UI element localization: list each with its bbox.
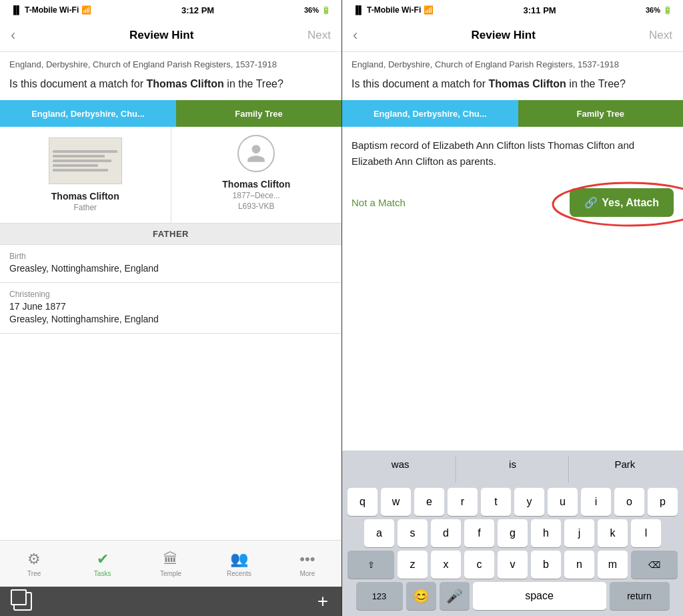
suggestion-is[interactable]: is	[457, 456, 568, 483]
key-123[interactable]: 123	[356, 582, 403, 610]
key-u[interactable]: u	[548, 488, 578, 516]
suggestion-was[interactable]: was	[345, 456, 456, 483]
left-christening-place: Greasley, Nottinghamshire, England	[9, 313, 332, 326]
keyboard-suggestions: was is Park	[345, 456, 680, 483]
action-row: Not a Match 🔗 Yes, Attach	[342, 180, 683, 228]
right-baptism-text: Baptism record of Elizabeth Ann Clifton …	[342, 127, 683, 180]
left-person-comparison: Thomas Clifton Father Thomas Clifton 187…	[0, 127, 342, 224]
suggestion-park[interactable]: Park	[570, 456, 680, 483]
left-father-section: FATHER Birth Greasley, Nottinghamshire, …	[0, 224, 342, 334]
more-label: More	[299, 570, 315, 577]
left-match-question: Is this document a match for Thomas Clif…	[0, 73, 342, 100]
temple-icon: 🏛	[163, 551, 178, 568]
key-h[interactable]: h	[531, 519, 561, 547]
left-status-left: ▐▌ T-Mobile Wi-Fi 📶	[11, 5, 91, 15]
key-e[interactable]: e	[414, 488, 444, 516]
recents-icon: 👥	[230, 551, 248, 568]
right-status-right: 36% 🔋	[646, 6, 672, 15]
left-tab-headers: England, Derbyshire, Chu... Family Tree	[0, 100, 342, 127]
key-s[interactable]: s	[398, 519, 428, 547]
key-n[interactable]: n	[564, 551, 594, 579]
left-doc-person: Thomas Clifton Father	[0, 127, 171, 223]
left-status-right: 36% 🔋	[304, 6, 331, 15]
key-m[interactable]: m	[598, 551, 628, 579]
left-tab-bar: ⚙ Tree ✔ Tasks 🏛 Temple 👥 Recents ••• Mo…	[0, 540, 342, 587]
key-k[interactable]: k	[598, 519, 628, 547]
key-b[interactable]: b	[531, 551, 561, 579]
tree-icon: ⚙	[27, 551, 41, 568]
key-return[interactable]: return	[610, 582, 670, 610]
right-status-bar: ▐▌ T-Mobile Wi-Fi 📶 3:11 PM 36% 🔋	[342, 0, 683, 19]
more-icon: •••	[299, 551, 315, 568]
right-tab-source[interactable]: England, Derbyshire, Chu...	[342, 100, 518, 127]
key-p[interactable]: p	[648, 488, 678, 516]
tasks-label: Tasks	[94, 570, 111, 577]
left-christening-row: Christening 17 June 1877 Greasley, Notti…	[0, 283, 342, 334]
right-nav-bar: ‹ Review Hint Next	[342, 19, 683, 52]
key-shift[interactable]: ⇧	[348, 551, 394, 579]
tab-recents[interactable]: 👥 Recents	[205, 541, 273, 587]
key-i[interactable]: i	[581, 488, 611, 516]
right-next-button[interactable]: Next	[649, 29, 672, 42]
battery-icon: 🔋	[321, 6, 331, 15]
recents-label: Recents	[227, 570, 251, 577]
signal-icon: ▐▌	[11, 5, 22, 15]
key-space[interactable]: space	[473, 582, 606, 610]
key-f[interactable]: f	[464, 519, 494, 547]
key-r[interactable]: r	[448, 488, 478, 516]
key-emoji[interactable]: 😊	[406, 582, 436, 610]
key-mic[interactable]: 🎤	[440, 582, 470, 610]
tree-label: Tree	[27, 570, 41, 577]
keyboard-row-1: q w e r t y u i o p	[345, 488, 680, 516]
left-status-bar: ▐▌ T-Mobile Wi-Fi 📶 3:12 PM 36% 🔋	[0, 0, 342, 19]
left-father-header: FATHER	[0, 224, 342, 245]
wifi-icon: 📶	[81, 5, 91, 15]
left-bottom-bar: +	[0, 587, 342, 616]
key-v[interactable]: v	[498, 551, 528, 579]
key-a[interactable]: a	[364, 519, 394, 547]
key-g[interactable]: g	[498, 519, 528, 547]
key-y[interactable]: y	[514, 488, 544, 516]
left-tab-tree[interactable]: Family Tree	[176, 100, 342, 127]
tab-tasks[interactable]: ✔ Tasks	[68, 541, 136, 587]
key-w[interactable]: w	[381, 488, 411, 516]
yes-attach-button[interactable]: 🔗 Yes, Attach	[570, 188, 674, 217]
right-source-text: England, Derbyshire, Church of England P…	[342, 52, 683, 73]
tab-more[interactable]: ••• More	[273, 541, 342, 587]
left-doc-person-role: Father	[73, 203, 97, 212]
left-christening-date: 17 June 1877	[9, 300, 332, 314]
right-back-button[interactable]: ‹	[353, 27, 358, 44]
right-nav-title: Review Hint	[472, 29, 536, 42]
key-j[interactable]: j	[564, 519, 594, 547]
key-q[interactable]: q	[348, 488, 378, 516]
left-tree-person-id: L693-VKB	[238, 202, 275, 211]
left-back-button[interactable]: ‹	[11, 27, 15, 44]
right-bold-name: Thomas Clifton	[488, 78, 566, 89]
tab-tree[interactable]: ⚙ Tree	[0, 541, 68, 587]
temple-label: Temple	[160, 570, 181, 577]
key-delete[interactable]: ⌫	[631, 551, 678, 579]
key-z[interactable]: z	[398, 551, 428, 579]
keyboard-row-3: ⇧ z x c v b n m ⌫	[345, 551, 680, 579]
left-tree-person: Thomas Clifton 1877–Dece... L693-VKB	[171, 127, 342, 223]
add-icon[interactable]: +	[317, 591, 328, 612]
key-x[interactable]: x	[431, 551, 461, 579]
left-birth-row: Birth Greasley, Nottinghamshire, England	[0, 245, 342, 283]
right-tab-tree[interactable]: Family Tree	[518, 100, 684, 127]
key-l[interactable]: l	[631, 519, 661, 547]
key-d[interactable]: d	[431, 519, 461, 547]
tab-temple[interactable]: 🏛 Temple	[137, 541, 205, 587]
right-match-question: Is this document a match for Thomas Clif…	[342, 73, 683, 100]
not-a-match-button[interactable]: Not a Match	[352, 197, 406, 208]
keyboard: was is Park q w e r t y u i o p a s d f …	[342, 450, 683, 616]
keyboard-row-4: 123 😊 🎤 space return	[345, 582, 680, 610]
attach-icon: 🔗	[584, 196, 598, 209]
left-next-button[interactable]: Next	[307, 29, 331, 42]
copy-icon[interactable]	[13, 592, 32, 611]
key-t[interactable]: t	[481, 488, 511, 516]
left-birth-label: Birth	[9, 252, 332, 261]
key-c[interactable]: c	[464, 551, 494, 579]
left-tab-source[interactable]: England, Derbyshire, Chu...	[0, 100, 176, 127]
key-o[interactable]: o	[614, 488, 644, 516]
yes-attach-label: Yes, Attach	[602, 197, 659, 209]
